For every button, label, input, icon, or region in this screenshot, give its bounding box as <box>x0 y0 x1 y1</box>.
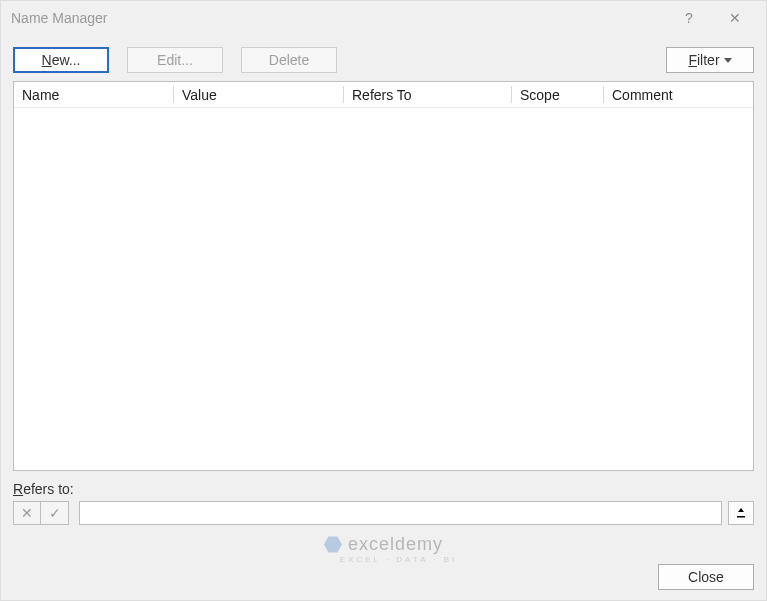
name-list-body <box>14 108 753 470</box>
column-header-scope[interactable]: Scope <box>512 82 604 107</box>
accept-change-button: ✓ <box>41 501 69 525</box>
name-list-container: Name Value Refers To Scope Comment <box>13 81 754 471</box>
window-title: Name Manager <box>11 10 666 26</box>
close-button[interactable]: Close <box>658 564 754 590</box>
watermark-tagline: EXCEL · DATA · BI <box>1 555 766 564</box>
toolbar: New... Edit... Delete Filter <box>1 35 766 81</box>
watermark-logo-icon <box>324 536 342 554</box>
refers-to-label: Refers to: <box>13 481 754 497</box>
filter-button-label: ilter <box>697 52 720 68</box>
check-icon: ✓ <box>49 505 61 521</box>
cancel-x-icon: ✕ <box>21 505 33 521</box>
refers-to-input[interactable] <box>79 501 722 525</box>
refers-to-section: Refers to: ✕ ✓ <box>1 471 766 525</box>
new-button-label: ew... <box>52 52 81 68</box>
close-icon[interactable]: ✕ <box>712 3 758 33</box>
watermark: exceldemy EXCEL · DATA · BI <box>1 534 766 555</box>
delete-button: Delete <box>241 47 337 73</box>
name-list[interactable]: Name Value Refers To Scope Comment <box>13 81 754 471</box>
column-header-refers[interactable]: Refers To <box>344 82 512 107</box>
footer: Close <box>658 564 754 590</box>
filter-button-accel: F <box>688 52 697 68</box>
edit-button: Edit... <box>127 47 223 73</box>
discard-change-button: ✕ <box>13 501 41 525</box>
collapse-dialog-button[interactable] <box>728 501 754 525</box>
chevron-down-icon <box>724 58 732 63</box>
filter-button[interactable]: Filter <box>666 47 754 73</box>
column-header-comment[interactable]: Comment <box>604 82 753 107</box>
refers-to-row: ✕ ✓ <box>13 501 754 525</box>
refers-to-accel: R <box>13 481 23 497</box>
column-header-name[interactable]: Name <box>14 82 174 107</box>
new-button[interactable]: New... <box>13 47 109 73</box>
column-header-value[interactable]: Value <box>174 82 344 107</box>
help-icon[interactable]: ? <box>666 3 712 33</box>
new-button-accel: N <box>42 52 52 68</box>
refers-to-label-text: efers to: <box>23 481 74 497</box>
collapse-icon <box>735 507 747 519</box>
titlebar: Name Manager ? ✕ <box>1 1 766 35</box>
watermark-brand: exceldemy <box>348 534 443 555</box>
svg-rect-0 <box>737 516 745 518</box>
column-headers: Name Value Refers To Scope Comment <box>14 82 753 108</box>
